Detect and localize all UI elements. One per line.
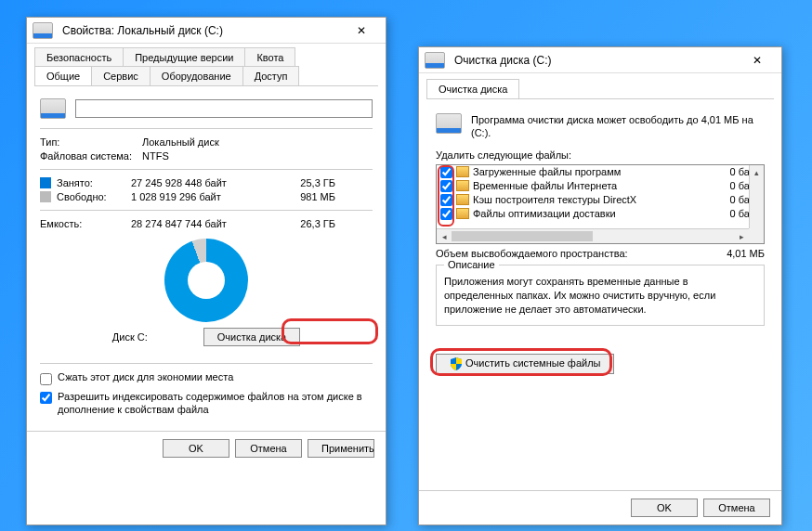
description-fieldset: Описание Приложения могут сохранять врем… bbox=[436, 265, 765, 326]
cancel-button[interactable]: Отмена bbox=[703, 499, 770, 517]
dialog-buttons: OK Отмена Применить bbox=[27, 431, 386, 465]
close-button[interactable]: ✕ bbox=[739, 49, 776, 71]
disk-cleanup-button[interactable]: Очистка диска bbox=[203, 328, 300, 346]
drive-icon bbox=[33, 22, 53, 39]
close-button[interactable]: ✕ bbox=[343, 19, 380, 42]
scroll-right-icon[interactable]: ▸ bbox=[734, 229, 749, 243]
free-label: Свободно: bbox=[57, 191, 131, 202]
delete-files-label: Удалить следующие файлы: bbox=[436, 149, 765, 161]
tab-sharing[interactable]: Доступ bbox=[242, 66, 300, 85]
drive-icon bbox=[436, 113, 462, 134]
scroll-thumb[interactable] bbox=[452, 231, 593, 241]
tab-previous-versions[interactable]: Предыдущие версии bbox=[123, 47, 245, 67]
free-hr: 981 МБ bbox=[280, 191, 335, 202]
type-value: Локальный диск bbox=[142, 136, 219, 148]
compress-label: Сжать этот диск для экономии места bbox=[58, 371, 233, 382]
tabs-row-bottom: Общие Сервис Оборудование Доступ bbox=[34, 66, 378, 86]
free-bytes: 1 028 919 296 байт bbox=[131, 191, 280, 202]
clean-system-files-label: Очистить системные файлы bbox=[465, 357, 600, 369]
file-row[interactable]: Временные файлы Интернета0 байт bbox=[437, 179, 764, 193]
freeable-label: Объем высвобождаемого пространства: bbox=[436, 248, 727, 259]
index-label: Разрешить индексировать содержимое файло… bbox=[58, 390, 373, 417]
scroll-corner bbox=[749, 228, 764, 243]
tab-hardware[interactable]: Оборудование bbox=[150, 66, 243, 85]
properties-window: Свойства: Локальный диск (C:) ✕ Безопасн… bbox=[26, 17, 386, 525]
fs-value: NTFS bbox=[142, 150, 169, 162]
used-hr: 25,3 ГБ bbox=[280, 177, 335, 188]
window-title: Свойства: Локальный диск (C:) bbox=[62, 24, 343, 37]
tab-cleanup[interactable]: Очистка диска bbox=[426, 79, 519, 98]
dialog-buttons: OK Отмена bbox=[419, 490, 781, 525]
horizontal-scrollbar[interactable]: ◂ ▸ bbox=[437, 228, 749, 243]
scroll-left-icon[interactable]: ◂ bbox=[437, 229, 452, 243]
compress-checkbox[interactable] bbox=[40, 373, 52, 385]
used-label: Занято: bbox=[57, 177, 131, 188]
folder-icon bbox=[456, 194, 469, 205]
file-checkbox[interactable] bbox=[440, 208, 452, 220]
tab-service[interactable]: Сервис bbox=[91, 66, 151, 85]
cleanup-icon bbox=[425, 52, 445, 69]
usage-pie-chart bbox=[164, 239, 248, 322]
scroll-up-icon[interactable]: ▴ bbox=[750, 165, 764, 180]
folder-icon bbox=[456, 208, 469, 219]
file-name: Временные файлы Интернета bbox=[473, 180, 714, 191]
file-row[interactable]: Загруженные файлы программ0 байт bbox=[437, 165, 764, 179]
window-title: Очистка диска (C:) bbox=[454, 54, 739, 67]
file-name: Файлы оптимизации доставки bbox=[473, 208, 714, 219]
cap-hr: 26,3 ГБ bbox=[280, 218, 335, 229]
used-color-icon bbox=[40, 177, 51, 188]
ok-button[interactable]: OK bbox=[631, 499, 698, 517]
file-row[interactable]: Кэш построителя текстуры DirectX0 байт bbox=[437, 193, 764, 207]
vertical-scrollbar[interactable]: ▴ bbox=[749, 165, 764, 228]
tabs-row: Очистка диска bbox=[426, 79, 774, 99]
tab-content: Программа очистки диска может освободить… bbox=[419, 99, 781, 385]
folder-icon bbox=[456, 166, 469, 177]
titlebar[interactable]: Свойства: Локальный диск (C:) ✕ bbox=[27, 18, 386, 44]
intro-text: Программа очистки диска может освободить… bbox=[471, 113, 765, 140]
file-checkbox[interactable] bbox=[440, 180, 452, 192]
disk-label: Диск C: bbox=[112, 331, 148, 343]
fs-label: Файловая система: bbox=[40, 150, 142, 162]
description-text: Приложения могут сохранять временные дан… bbox=[444, 275, 756, 317]
file-checkbox[interactable] bbox=[440, 166, 452, 178]
folder-icon bbox=[456, 180, 469, 191]
ok-button[interactable]: OK bbox=[163, 439, 229, 458]
cap-label: Емкость: bbox=[40, 218, 131, 229]
file-name: Кэш построителя текстуры DirectX bbox=[473, 194, 714, 205]
free-color-icon bbox=[40, 191, 51, 202]
tabs-row-top: Безопасность Предыдущие версии Квота bbox=[34, 47, 378, 67]
tab-content: Тип: Локальный диск Файловая система: NT… bbox=[27, 86, 386, 431]
cap-bytes: 28 274 847 744 байт bbox=[131, 218, 280, 229]
used-bytes: 27 245 928 448 байт bbox=[131, 177, 280, 188]
tab-security[interactable]: Безопасность bbox=[34, 47, 124, 67]
description-legend: Описание bbox=[444, 259, 499, 270]
file-list[interactable]: Загруженные файлы программ0 байтВременны… bbox=[436, 164, 765, 244]
titlebar[interactable]: Очистка диска (C:) ✕ bbox=[419, 47, 781, 73]
tab-general[interactable]: Общие bbox=[34, 66, 92, 85]
file-row[interactable]: Файлы оптимизации доставки0 байт bbox=[437, 207, 764, 221]
clean-system-files-button[interactable]: Очистить системные файлы bbox=[436, 354, 614, 374]
cleanup-window: Очистка диска (C:) ✕ Очистка диска Прогр… bbox=[418, 46, 782, 525]
type-label: Тип: bbox=[40, 136, 142, 148]
volume-name-input[interactable] bbox=[75, 99, 373, 118]
apply-button[interactable]: Применить bbox=[308, 439, 374, 458]
drive-icon-large bbox=[40, 98, 66, 119]
cancel-button[interactable]: Отмена bbox=[235, 439, 302, 458]
file-name: Загруженные файлы программ bbox=[473, 166, 714, 177]
index-checkbox[interactable] bbox=[40, 392, 52, 404]
file-checkbox[interactable] bbox=[440, 194, 452, 206]
shield-icon bbox=[450, 357, 463, 370]
freeable-value: 4,01 МБ bbox=[727, 248, 765, 259]
tab-quota[interactable]: Квота bbox=[244, 47, 295, 67]
